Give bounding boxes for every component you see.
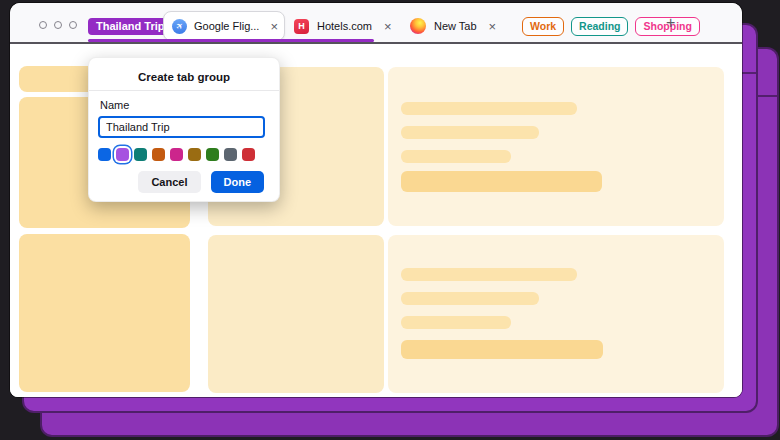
close-tab-icon[interactable]: × (384, 20, 392, 33)
page-viewport: Create tab group Name Cancel Done (10, 46, 742, 397)
color-swatch[interactable] (152, 148, 165, 161)
color-swatch[interactable] (170, 148, 183, 161)
hotels-com-icon: H (294, 19, 309, 34)
create-tab-group-dialog: Create tab group Name Cancel Done (88, 57, 280, 202)
close-tab-icon[interactable]: × (270, 20, 278, 33)
firefox-icon (410, 18, 426, 34)
placeholder-panel (208, 235, 384, 393)
tab-label: Hotels.com (317, 20, 372, 32)
color-swatches (98, 148, 255, 161)
window-control-circle[interactable] (54, 21, 62, 29)
google-flights-icon: ✈ (172, 19, 187, 34)
tab-hotels-com[interactable]: H Hotels.com × (294, 11, 392, 41)
color-swatch[interactable] (242, 148, 255, 161)
placeholder-text-bar (401, 292, 539, 305)
color-swatch-selected[interactable] (116, 148, 129, 161)
tab-bar: Thailand Trip ✈ Google Flig... × H Hotel… (10, 3, 742, 44)
color-swatch[interactable] (188, 148, 201, 161)
placeholder-text-bar (401, 171, 602, 192)
placeholder-text-bar (401, 268, 577, 281)
tab-new-tab[interactable]: New Tab × (410, 11, 496, 41)
dialog-title: Create tab group (89, 58, 279, 83)
tab-group-chip-work[interactable]: Work (522, 17, 564, 36)
color-swatch[interactable] (98, 148, 111, 161)
color-swatch[interactable] (224, 148, 237, 161)
placeholder-panel (388, 67, 724, 226)
tab-label: New Tab (434, 20, 477, 32)
window-control-circle[interactable] (39, 21, 47, 29)
dialog-buttons: Cancel Done (138, 171, 264, 193)
tab-google-flights[interactable]: ✈ Google Flig... × (163, 11, 285, 41)
color-swatch[interactable] (206, 148, 219, 161)
tab-group-chip-reading[interactable]: Reading (571, 17, 628, 36)
color-swatch[interactable] (134, 148, 147, 161)
tab-group-label-thailand-trip[interactable]: Thailand Trip (88, 18, 172, 35)
new-tab-button[interactable]: + (666, 14, 675, 32)
cancel-button[interactable]: Cancel (138, 171, 200, 193)
placeholder-text-bar (401, 126, 539, 139)
placeholder-text-bar (401, 340, 603, 359)
done-button[interactable]: Done (211, 171, 265, 193)
browser-window: Thailand Trip ✈ Google Flig... × H Hotel… (10, 3, 742, 397)
group-name-input[interactable] (98, 116, 265, 138)
window-controls[interactable] (39, 21, 77, 29)
window-control-circle[interactable] (69, 21, 77, 29)
placeholder-panel (388, 235, 724, 393)
tab-label: Google Flig... (194, 20, 259, 32)
dialog-divider (89, 90, 279, 91)
placeholder-text-bar (401, 102, 577, 115)
name-label: Name (100, 99, 129, 111)
close-tab-icon[interactable]: × (489, 20, 497, 33)
placeholder-text-bar (401, 316, 511, 329)
tab-group-underline (88, 39, 374, 42)
placeholder-block (19, 234, 190, 392)
placeholder-text-bar (401, 150, 511, 163)
